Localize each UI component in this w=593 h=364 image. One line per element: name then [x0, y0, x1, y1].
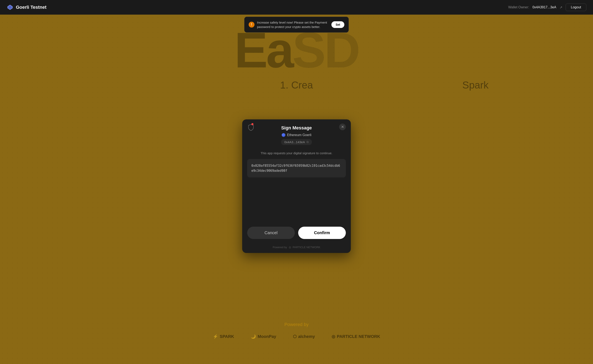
- modal-address: 0x4A3...143eA: [284, 140, 305, 144]
- notification-icon: !: [249, 22, 254, 27]
- notification-set-button[interactable]: Set: [331, 21, 344, 28]
- modal-header: ✕ Sign Message Ethereum Goerli 0x4A3...1…: [242, 119, 351, 148]
- copy-address-icon[interactable]: ⧉: [306, 140, 309, 144]
- modal-particle-icon: ◎: [289, 246, 291, 249]
- cancel-button[interactable]: Cancel: [247, 227, 295, 239]
- message-hash: 0x020af85554af32c9f636f65959b82c191cad3c…: [251, 164, 340, 173]
- modal-close-button[interactable]: ✕: [339, 124, 346, 130]
- network-badge-name: Ethereum Goerli: [287, 133, 312, 137]
- address-badge: 0x4A3...143eA ⧉: [281, 139, 312, 145]
- notification-banner: ! Increase safety level now! Please set …: [244, 17, 349, 32]
- confirm-button[interactable]: Confirm: [298, 227, 346, 239]
- modal-title: Sign Message: [281, 125, 312, 131]
- modal-message-box: 0x020af85554af32c9f636f65959b82c191cad3c…: [247, 159, 346, 177]
- modal-footer: Powered by ◎ PARTICLE NETWORK: [242, 243, 351, 253]
- modal-overlay: ✕ Sign Message Ethereum Goerli 0x4A3...1…: [0, 0, 593, 364]
- network-dot-icon: [282, 133, 286, 137]
- modal-actions: Cancel Confirm: [242, 222, 351, 243]
- modal-powered-by-text: Powered by: [273, 246, 287, 249]
- modal-powered-by-brand: PARTICLE NETWORK: [293, 246, 320, 249]
- modal-description: This app requests your digital signature…: [242, 151, 351, 156]
- network-badge: Ethereum Goerli: [282, 133, 312, 137]
- sign-message-modal: ✕ Sign Message Ethereum Goerli 0x4A3...1…: [242, 119, 351, 253]
- shield-icon: [247, 124, 255, 131]
- notification-text: Increase safety level now! Please set th…: [257, 20, 329, 29]
- svg-point-2: [282, 134, 285, 136]
- modal-spacer: [242, 181, 351, 222]
